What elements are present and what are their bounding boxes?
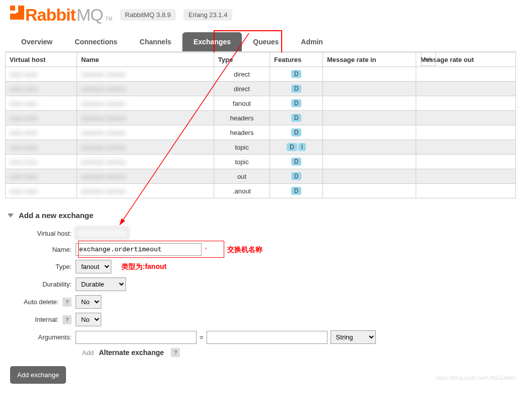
annotation-type: 类型为:fanout	[121, 262, 166, 271]
logo-icon	[10, 6, 24, 20]
cell-rate-out	[416, 96, 516, 111]
argument-type-select[interactable]: String	[331, 330, 376, 344]
feature-badge: D	[291, 187, 302, 195]
cell-vhost: xxxx xxxx	[6, 96, 77, 111]
cell-rate-in	[323, 67, 416, 82]
th-features[interactable]: Features	[270, 53, 323, 67]
version-erlang: Erlang 23.1.4	[183, 9, 232, 21]
section-header[interactable]: Add a new exchange	[8, 211, 516, 220]
cell-name[interactable]: xxxxxxx xxxxxx	[77, 67, 214, 82]
exchanges-table: Virtual host Name Type Features Message …	[5, 52, 516, 198]
cell-type: fanout	[214, 96, 270, 111]
cell-vhost: xxxx xxxx	[6, 67, 77, 82]
autodelete-select[interactable]: No	[76, 295, 101, 309]
th-vhost[interactable]: Virtual host	[6, 53, 77, 67]
tab-connections[interactable]: Connections	[63, 32, 128, 51]
table-row: xxxx xxxxxxxxxxx xxxxxxoutD	[6, 169, 516, 184]
internal-select[interactable]: No	[76, 313, 101, 326]
add-exchange-button[interactable]: Add exchange	[10, 366, 66, 384]
cell-features: DI	[270, 140, 323, 155]
argument-key-input[interactable]	[76, 331, 197, 344]
tabs: Overview Connections Channels Exchanges …	[5, 32, 516, 52]
th-name[interactable]: Name	[77, 53, 214, 67]
name-input[interactable]	[76, 243, 202, 256]
cell-type: .anout	[214, 184, 270, 198]
tab-exchanges[interactable]: Exchanges	[182, 32, 242, 51]
help-icon[interactable]: ?	[62, 298, 72, 307]
th-type[interactable]: Type	[214, 53, 270, 67]
cell-name[interactable]: xxxxxxx xxxxxx	[77, 169, 214, 184]
cell-vhost: xxxx xxxx	[6, 155, 77, 169]
header: Rabbit MQ TM RabbitMQ 3.8.9 Erlang 23.1.…	[5, 0, 516, 32]
name-label: Name:	[8, 246, 76, 253]
cell-rate-out	[416, 111, 516, 125]
logo-text-mq: MQ	[77, 5, 103, 25]
cell-name[interactable]: xxxxxxx xxxxxx	[77, 140, 214, 155]
cell-vhost: xxxx xxxx	[6, 111, 77, 125]
cell-features: D	[270, 184, 323, 198]
cell-rate-out	[416, 125, 516, 140]
cell-vhost: xxxx xxxx	[6, 184, 77, 198]
cell-rate-in	[323, 140, 416, 155]
section-title: Add a new exchange	[19, 211, 93, 220]
cell-type: topic	[214, 155, 270, 169]
cell-type: direct	[214, 82, 270, 96]
cell-features: D	[270, 82, 323, 96]
cell-type: direct	[214, 67, 270, 82]
durability-label: Durability:	[8, 281, 76, 288]
alternate-exchange-button[interactable]: Alternate exchange	[99, 348, 164, 357]
table-row: xxxx xxxxxxxxxxx xxxxxxfanoutD	[6, 96, 516, 111]
cell-features: D	[270, 111, 323, 125]
cell-name[interactable]: xxxxxxx xxxxxx	[77, 125, 214, 140]
logo[interactable]: Rabbit MQ TM	[10, 5, 112, 25]
cell-features: D	[270, 155, 323, 169]
cell-name[interactable]: xxxxxxx xxxxxx	[77, 155, 214, 169]
name-mandatory: *	[205, 246, 207, 253]
cell-features: D	[270, 67, 323, 82]
cell-rate-in	[323, 111, 416, 125]
cell-rate-out	[416, 82, 516, 96]
tab-queues[interactable]: Queues	[242, 32, 290, 51]
tab-overview[interactable]: Overview	[10, 32, 63, 51]
help-icon[interactable]: ?	[62, 315, 72, 324]
feature-badge: I	[298, 143, 306, 151]
cell-rate-out	[416, 67, 516, 82]
internal-label: Internal: ?	[8, 315, 76, 324]
cell-features: D	[270, 125, 323, 140]
cell-vhost: xxxx xxxx	[6, 82, 77, 96]
cell-vhost: xxxx xxxx	[6, 169, 77, 184]
help-icon[interactable]: ?	[171, 348, 180, 357]
cell-name[interactable]: xxxxxxx xxxxxx	[77, 111, 214, 125]
table-header-row: Virtual host Name Type Features Message …	[6, 53, 516, 67]
argument-value-input[interactable]	[207, 331, 328, 344]
cell-type: out	[214, 169, 270, 184]
cell-name[interactable]: xxxxxxx xxxxxx	[77, 96, 214, 111]
tab-admin[interactable]: Admin	[290, 32, 334, 51]
cell-rate-in	[323, 125, 416, 140]
columns-toggle[interactable]: +/-	[421, 52, 436, 66]
type-select[interactable]: fanout	[76, 260, 111, 273]
vhost-label: Virtual host:	[8, 230, 76, 237]
version-rabbitmq: RabbitMQ 3.8.9	[120, 9, 176, 21]
add-exchange-section: Add a new exchange Virtual host: Name: *…	[5, 211, 516, 384]
feature-badge: D	[287, 143, 297, 151]
cell-name[interactable]: xxxxxxx xxxxxx	[77, 184, 214, 198]
logo-tm: TM	[105, 16, 112, 22]
cell-features: D	[270, 96, 323, 111]
tab-channels[interactable]: Channels	[128, 32, 182, 51]
cell-rate-out	[416, 184, 516, 198]
feature-badge: D	[291, 70, 302, 78]
cell-type: headers	[214, 111, 270, 125]
logo-text-rabbit: Rabbit	[25, 5, 76, 25]
durability-select[interactable]: Durable	[76, 277, 126, 291]
cell-type: topic	[214, 140, 270, 155]
watermark: https://blog.csdn.net/LIKEGAKKI	[436, 375, 516, 381]
exchanges-table-wrap: Virtual host Name Type Features Message …	[5, 52, 516, 198]
cell-name[interactable]: xxxxxxx xxxxxx	[77, 82, 214, 96]
th-rate-in[interactable]: Message rate in	[323, 53, 416, 67]
vhost-select[interactable]	[76, 227, 128, 239]
table-row: xxxx xxxxxxxxxxx xxxxxxheadersD	[6, 111, 516, 125]
cell-rate-out	[416, 155, 516, 169]
chevron-down-icon	[8, 214, 14, 218]
cell-rate-out	[416, 169, 516, 184]
